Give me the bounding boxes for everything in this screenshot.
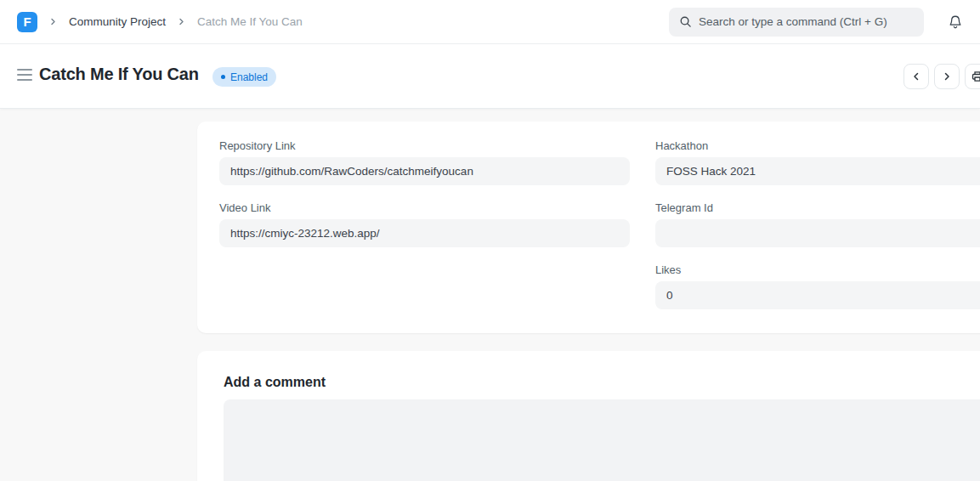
print-button[interactable]: [965, 64, 980, 89]
global-search[interactable]: [669, 8, 924, 37]
chevron-right-icon: [942, 71, 952, 82]
previous-document-button[interactable]: [904, 64, 929, 89]
sidebar-toggle-icon[interactable]: [17, 69, 32, 81]
frappe-logo-icon[interactable]: F: [17, 12, 37, 32]
hackathon-input[interactable]: [655, 157, 980, 185]
likes-input[interactable]: [655, 281, 980, 309]
field-label: Likes: [655, 263, 980, 276]
field-label: Repository Link: [219, 139, 630, 152]
search-input[interactable]: [699, 15, 914, 28]
field-telegram-id: Telegram Id: [655, 201, 980, 247]
page-title: Catch Me If You Can: [39, 65, 199, 84]
breadcrumb-item-current: Catch Me If You Can: [197, 15, 303, 28]
comment-input[interactable]: [224, 399, 980, 481]
field-likes: Likes: [655, 263, 980, 309]
comments-section-card: Add a comment: [197, 351, 980, 481]
form-section-card: Repository Link Video Link Hackathon Tel…: [197, 122, 980, 333]
printer-icon: [972, 71, 980, 82]
field-label: Video Link: [219, 201, 630, 214]
video-link-input[interactable]: [219, 219, 630, 247]
breadcrumb: F Community Project Catch Me If You Can: [17, 12, 303, 32]
telegram-id-input[interactable]: [655, 219, 980, 247]
status-dot: [221, 75, 225, 79]
status-badge-label: Enabled: [230, 71, 268, 83]
chevron-right-icon: [49, 18, 57, 25]
notification-bell-icon[interactable]: [948, 14, 963, 30]
field-label: Telegram Id: [655, 201, 980, 214]
breadcrumb-item-community-project[interactable]: Community Project: [69, 15, 166, 28]
navbar: F Community Project Catch Me If You Can: [0, 0, 980, 44]
repository-link-input[interactable]: [219, 157, 630, 185]
add-comment-heading: Add a comment: [224, 375, 326, 390]
chevron-right-icon: [178, 18, 185, 25]
field-label: Hackathon: [655, 139, 980, 152]
status-badge: Enabled: [212, 67, 276, 87]
search-icon: [679, 15, 692, 28]
field-video-link: Video Link: [219, 201, 630, 247]
field-repository-link: Repository Link: [219, 139, 630, 185]
chevron-left-icon: [911, 71, 921, 82]
field-hackathon: Hackathon: [655, 139, 980, 185]
next-document-button[interactable]: [934, 64, 960, 89]
